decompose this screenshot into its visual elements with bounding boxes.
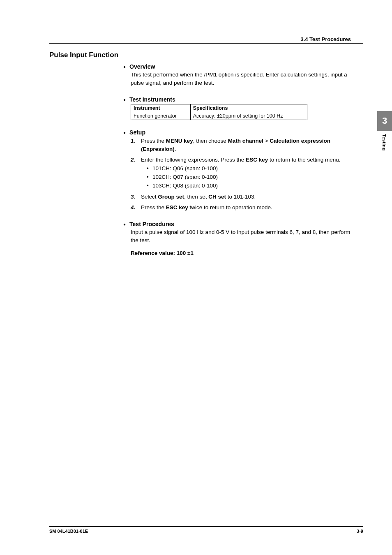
step-number: 3.	[131, 193, 135, 201]
chapter-label: Testing	[382, 131, 387, 150]
footer: SM 04L41B01-01E 3-9	[49, 526, 363, 534]
text-segment: Math channel	[228, 138, 263, 144]
chapter-tab: 3 Testing	[377, 111, 392, 150]
text-segment: Enter the following expressions. Press t…	[141, 157, 246, 163]
footer-right: 3-9	[357, 529, 363, 534]
text-segment: CH set	[208, 194, 226, 200]
text-segment: ESC key	[246, 157, 268, 163]
step-number: 1.	[131, 137, 135, 145]
text-segment: , then choose	[193, 138, 228, 144]
page: 3.4 Test Procedures Pulse Input Function…	[0, 0, 392, 555]
setup-heading: Setup	[123, 129, 359, 136]
text-segment: twice to return to operation mode.	[188, 204, 272, 210]
overview-heading: Overview	[123, 63, 359, 70]
reference-value: Reference value: 100 ±1	[123, 250, 359, 256]
bullet-item: 101CH: Q06 (span: 0-100)	[147, 164, 359, 173]
text-segment: Press the	[141, 138, 166, 144]
section-reference: 3.4 Test Procedures	[49, 36, 363, 42]
text-segment: Press the	[141, 204, 166, 210]
text-segment: to return to the setting menu.	[268, 157, 340, 163]
step-item: 4.Press the ESC key twice to return to o…	[131, 204, 359, 212]
text-segment: , then set	[184, 194, 208, 200]
step-item: 2.Enter the following expressions. Press…	[131, 156, 359, 190]
footer-left: SM 04L41B01-01E	[49, 529, 88, 534]
sub-bullets: 101CH: Q06 (span: 0-100)102CH: Q07 (span…	[141, 164, 359, 190]
step-body: Press the ESC key twice to return to ope…	[141, 204, 272, 210]
step-number: 4.	[131, 204, 135, 212]
overview-text: This test performed when the /PM1 option…	[123, 71, 359, 87]
col-instrument: Instrument	[131, 104, 191, 112]
step-item: 1.Press the MENU key, then choose Math c…	[131, 137, 359, 153]
col-spec: Specifications	[190, 104, 307, 112]
step-number: 2.	[131, 156, 135, 164]
page-title: Pulse Input Function	[49, 51, 363, 59]
bullet-item: 103CH: Q08 (span: 0-100)	[147, 182, 359, 190]
cell-instrument: Function generator	[131, 112, 191, 120]
setup-steps: 1.Press the MENU key, then choose Math c…	[123, 137, 359, 212]
text-segment: MENU key	[166, 138, 193, 144]
procedures-heading: Test Procedures	[123, 221, 359, 227]
text-segment: ESC key	[166, 204, 188, 210]
chapter-number: 3	[377, 111, 392, 131]
header-rule	[49, 43, 363, 44]
text-segment: to 101-103.	[226, 194, 256, 200]
content: Overview This test performed when the /P…	[49, 63, 363, 256]
instruments-table: Instrument Specifications Function gener…	[131, 104, 307, 120]
bullet-item: 102CH: Q07 (span: 0-100)	[147, 173, 359, 182]
step-body: Select Group set, then set CH set to 101…	[141, 194, 256, 200]
text-segment: Group set	[158, 194, 184, 200]
text-segment: >	[263, 138, 270, 144]
step-item: 3.Select Group set, then set CH set to 1…	[131, 193, 359, 201]
footer-rule	[49, 526, 363, 527]
table-header-row: Instrument Specifications	[131, 104, 307, 112]
procedures-text: Input a pulse signal of 100 Hz and 0-5 V…	[123, 228, 359, 245]
text-segment: Select	[141, 194, 158, 200]
cell-spec: Accuracy: ±20ppm of setting for 100 Hz	[190, 112, 307, 120]
step-body: Enter the following expressions. Press t…	[141, 157, 341, 163]
footer-row: SM 04L41B01-01E 3-9	[49, 529, 363, 534]
step-body: Press the MENU key, then choose Math cha…	[141, 138, 330, 152]
table-row: Function generator Accuracy: ±20ppm of s…	[131, 112, 307, 120]
instruments-heading: Test Instruments	[123, 96, 359, 103]
text-segment: .	[175, 146, 176, 152]
